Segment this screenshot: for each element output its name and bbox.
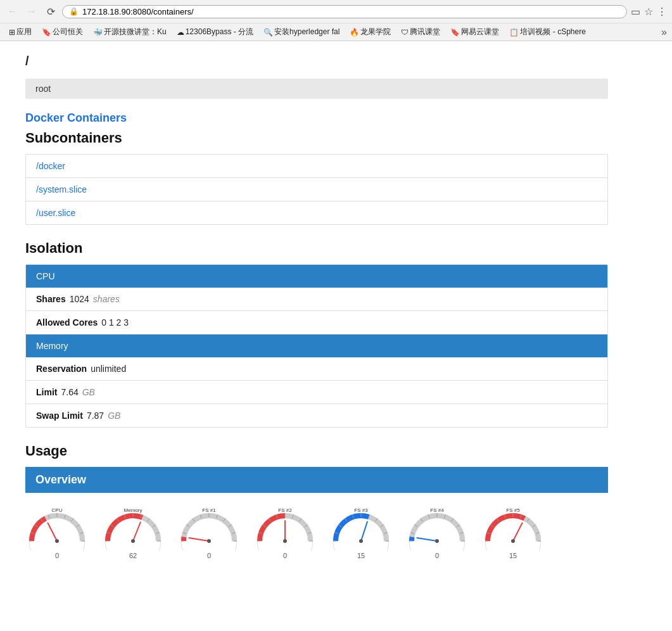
svg-text:FS #5: FS #5 [506, 507, 520, 513]
breadcrumb: / [25, 54, 608, 68]
menu-icon[interactable]: ⋮ [657, 6, 667, 18]
svg-point-28 [131, 539, 135, 543]
subcontainers-title: Subcontainers [25, 130, 608, 146]
svg-text:FS #3: FS #3 [354, 507, 368, 513]
svg-line-12 [48, 523, 57, 541]
bookmark-item-7[interactable]: 🔖网易云课堂 [447, 25, 503, 39]
list-item: /system.slice [26, 178, 607, 201]
reload-button[interactable]: ⟳ [43, 4, 58, 19]
swap-limit-row: Swap Limit 7.87 GB [26, 404, 607, 427]
docker-containers-link[interactable]: Docker Containers [25, 112, 608, 125]
bookmark-label-6: 腾讯课堂 [410, 27, 440, 37]
memory-header: Memory [26, 335, 607, 357]
gauges-container: CPU 0 Memory 62 FS #1 0 [25, 493, 608, 570]
cast-icon[interactable]: ▭ [631, 6, 640, 18]
svg-point-103 [511, 539, 515, 543]
bookmark-label-7: 网易云课堂 [461, 27, 499, 37]
reservation-label: Reservation [36, 364, 87, 374]
gauge-bottom-label-4: 15 [357, 552, 365, 559]
svg-text:Memory: Memory [124, 507, 143, 513]
bookmark-icon-0: ⊞ [9, 28, 15, 37]
reservation-value: unlimited [91, 364, 126, 374]
bookmark-item-3[interactable]: ☁12306Bypass - 分流 [173, 25, 257, 39]
gauge-svg: FS #5 [481, 503, 545, 551]
lock-icon: 🔒 [69, 7, 79, 16]
bookmark-label-8: 培训视频 - cSphere [520, 27, 585, 37]
gauge-bottom-label-5: 0 [435, 552, 439, 559]
isolation-container: CPU Shares 1024 shares Allowed Cores 0 1… [25, 264, 608, 428]
bookmark-icon-2: 🐳 [93, 28, 103, 37]
limit-unit: GB [82, 387, 95, 397]
svg-point-60 [333, 513, 389, 551]
svg-line-42 [189, 538, 209, 541]
shares-value: 1024 [70, 294, 89, 304]
bookmark-label-5: 龙果学院 [360, 27, 391, 37]
svg-line-27 [133, 522, 141, 541]
gauge-svg: CPU [25, 503, 89, 551]
svg-point-0 [29, 513, 85, 551]
bookmark-icon-5: 🔥 [350, 28, 359, 37]
list-item: /user.slice [26, 201, 607, 224]
gauge-wrapper-4: FS #3 15 [329, 503, 393, 559]
bookmark-label-4: 安装hyperledger fal [274, 27, 339, 37]
bookmark-item-6[interactable]: 🛡腾讯课堂 [397, 25, 444, 39]
svg-point-58 [283, 539, 287, 543]
bookmark-item-4[interactable]: 🔍安装hyperledger fal [260, 25, 343, 39]
svg-text:FS #4: FS #4 [430, 507, 444, 513]
subcontainer-link-1[interactable]: /system.slice [36, 184, 87, 194]
svg-point-90 [485, 513, 541, 551]
address-bar: 🔒 [62, 5, 627, 18]
swap-limit-unit: GB [108, 411, 120, 421]
bookmark-icon-4: 🔍 [263, 28, 273, 37]
gauge-svg: FS #2 [253, 503, 317, 551]
svg-text:FS #1: FS #1 [202, 507, 216, 513]
allowed-cores-label: Allowed Cores [36, 317, 98, 328]
gauge-bottom-label-1: 62 [129, 552, 137, 559]
isolation-title: Isolation [25, 240, 608, 257]
bookmark-item-8[interactable]: 📋培训视频 - cSphere [505, 25, 589, 39]
bookmark-icon-6: 🛡 [401, 28, 409, 37]
bookmark-label-0: 应用 [16, 27, 32, 37]
bookmark-item-2[interactable]: 🐳开源技微讲堂：Ku [89, 25, 170, 39]
swap-limit-value: 7.87 [87, 411, 104, 421]
subcontainer-link-2[interactable]: /user.slice [36, 208, 75, 218]
svg-text:FS #2: FS #2 [278, 507, 292, 513]
forward-button[interactable]: → [24, 4, 39, 19]
shares-unit: shares [93, 294, 120, 304]
gauge-bottom-label-2: 0 [207, 552, 211, 559]
bookmarks-more-button[interactable]: » [661, 27, 667, 38]
bookmark-icon[interactable]: ☆ [644, 6, 653, 18]
allowed-cores-value: 0 1 2 3 [101, 317, 129, 328]
gauge-wrapper-5: FS #4 0 [405, 503, 469, 559]
limit-label: Limit [36, 387, 57, 397]
svg-point-88 [435, 539, 439, 543]
toolbar-icons: ▭ ☆ ⋮ [631, 6, 667, 18]
bookmark-label-2: 开源技微讲堂：Ku [104, 27, 167, 37]
subcontainer-link-0[interactable]: /docker [36, 161, 65, 171]
svg-point-13 [55, 539, 59, 543]
bookmark-item-1[interactable]: 🔖公司恒关 [38, 25, 87, 39]
gauge-svg: FS #4 [405, 503, 469, 551]
cpu-header: CPU [26, 265, 607, 288]
page-content: / root Docker Containers Subcontainers /… [0, 41, 633, 582]
shares-label: Shares [36, 294, 66, 304]
bookmark-icon-1: 🔖 [42, 28, 51, 37]
subcontainers-list: /docker/system.slice/user.slice [25, 154, 608, 225]
allowed-cores-row: Allowed Cores 0 1 2 3 [26, 311, 607, 335]
svg-point-30 [181, 513, 237, 551]
url-input[interactable] [82, 7, 620, 16]
reservation-row: Reservation unlimited [26, 357, 607, 381]
svg-point-43 [207, 539, 211, 543]
bookmarks-bar: ⊞应用🔖公司恒关🐳开源技微讲堂：Ku☁12306Bypass - 分流🔍安装hy… [0, 23, 672, 41]
svg-point-75 [409, 513, 465, 551]
back-button[interactable]: ← [5, 4, 20, 19]
list-item: /docker [26, 155, 607, 178]
bookmark-item-5[interactable]: 🔥龙果学院 [346, 25, 395, 39]
gauge-wrapper-6: FS #5 15 [481, 503, 545, 559]
swap-limit-label: Swap Limit [36, 411, 83, 421]
svg-point-15 [105, 513, 161, 551]
bookmark-item-0[interactable]: ⊞应用 [5, 25, 35, 39]
gauge-wrapper-3: FS #2 0 [253, 503, 317, 559]
svg-point-73 [359, 539, 363, 543]
browser-toolbar: ← → ⟳ 🔒 ▭ ☆ ⋮ [0, 0, 672, 23]
